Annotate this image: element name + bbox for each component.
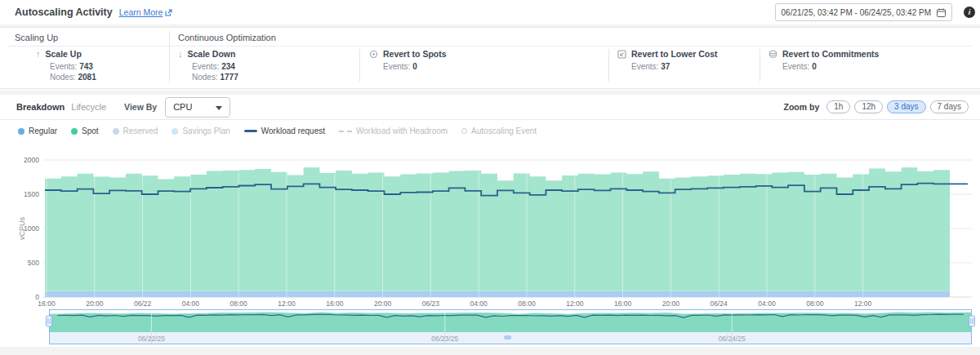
revert-to-commitments-icon bbox=[768, 50, 777, 59]
page-footer-band bbox=[0, 347, 980, 355]
legend-item-spot[interactable]: Spot bbox=[71, 126, 99, 135]
x-tick-label: 06/24 bbox=[710, 300, 728, 308]
legend-item-workload-with-headroom[interactable]: Workload with Headroom bbox=[339, 126, 448, 135]
navigator-handle-right[interactable] bbox=[969, 316, 975, 326]
autoscaling-chart: 0500100015002000vCPUs16:0020:0006/2204:0… bbox=[0, 144, 980, 309]
x-tick-label: 08:00 bbox=[230, 300, 248, 308]
x-tick-label: 04:00 bbox=[758, 300, 776, 308]
x-tick-label: 12:00 bbox=[566, 300, 584, 308]
info-icon[interactable]: i bbox=[964, 7, 975, 18]
x-tick-label: 20:00 bbox=[86, 300, 104, 308]
autoscaling-activity-page: Autoscaling Activity Learn More 06/21/25… bbox=[0, 0, 980, 355]
x-tick-label: 16:00 bbox=[326, 300, 344, 308]
page-header: Autoscaling Activity Learn More 06/21/25… bbox=[0, 0, 980, 24]
legend-label: Autoscaling Event bbox=[471, 126, 537, 135]
x-tick-label: 08:00 bbox=[518, 300, 536, 308]
x-tick-label: 12:00 bbox=[854, 300, 872, 308]
zoom-option-7-days[interactable]: 7 days bbox=[930, 100, 969, 113]
legend-item-workload-request[interactable]: Workload request bbox=[244, 126, 325, 135]
divider bbox=[359, 49, 360, 82]
metric-scale-down: ↓Scale Down Events: 234 Nodes: 1777 bbox=[178, 49, 238, 82]
legend-marker bbox=[18, 128, 24, 135]
legend-item-savings-plan[interactable]: Savings Plan bbox=[172, 126, 229, 135]
divider bbox=[169, 31, 170, 83]
legend-label: Workload request bbox=[261, 126, 325, 135]
zoom-by-label: Zoom by bbox=[784, 102, 820, 112]
zoom-option-1h[interactable]: 1h bbox=[826, 100, 850, 113]
legend-item-reserved[interactable]: Reserved bbox=[113, 126, 158, 135]
page-title: Autoscaling Activity bbox=[15, 7, 113, 18]
metric-revert-to-lower-cost: Revert to Lower Cost Events: 37 bbox=[617, 49, 718, 71]
chevron-down-icon bbox=[216, 106, 222, 110]
x-tick-label: 16:00 bbox=[614, 300, 632, 308]
x-tick-label: 16:00 bbox=[38, 300, 56, 308]
y-tick-label: 1500 bbox=[24, 190, 39, 198]
legend-label: Savings Plan bbox=[182, 126, 229, 135]
tab-lifecycle[interactable]: Lifecycle bbox=[71, 102, 106, 112]
zoom-option-12h[interactable]: 12h bbox=[854, 100, 883, 113]
chart-legend: RegularSpotReservedSavings PlanWorkload … bbox=[18, 126, 537, 135]
autoscaling-summary-panel: Scaling Up Continuous Optimization ↑Scal… bbox=[0, 27, 980, 89]
legend-marker bbox=[461, 128, 467, 134]
view-by-label: View By bbox=[124, 102, 157, 112]
x-tick-label: 06/22 bbox=[134, 300, 152, 308]
scale-up-icon: ↑ bbox=[36, 50, 41, 58]
divider bbox=[760, 49, 760, 82]
scale-down-icon: ↓ bbox=[178, 50, 183, 58]
x-tick-label: 04:00 bbox=[182, 300, 200, 308]
chart-controls: Breakdown Lifecycle View By CPU Zoom by … bbox=[0, 95, 980, 120]
legend-label: Workload with Headroom bbox=[356, 126, 448, 135]
legend-label: Spot bbox=[82, 126, 99, 135]
navigator-scroll-thumb[interactable] bbox=[504, 335, 511, 339]
divider bbox=[8, 46, 972, 47]
navigator-day-label: 06/24/25 bbox=[719, 335, 746, 343]
group-title-scaling-up: Scaling Up bbox=[15, 33, 58, 42]
revert-to-spots-icon bbox=[369, 50, 378, 59]
x-tick-label: 06/23 bbox=[422, 300, 440, 308]
y-axis-label: vCPUs bbox=[18, 217, 26, 241]
y-tick-label: 2000 bbox=[24, 156, 39, 164]
zoom-option-3-days[interactable]: 3 days bbox=[887, 100, 925, 113]
group-title-continuous-optimization: Continuous Optimization bbox=[178, 33, 276, 42]
x-tick-label: 20:00 bbox=[374, 300, 392, 308]
tab-breakdown[interactable]: Breakdown bbox=[16, 102, 65, 112]
plot-area[interactable] bbox=[45, 160, 972, 297]
metric-revert-to-commitments: Revert to Commitments Events: 0 bbox=[768, 49, 879, 71]
navigator-day-label: 06/23/25 bbox=[431, 335, 458, 343]
view-by-select[interactable]: CPU bbox=[165, 97, 230, 118]
external-link-icon bbox=[165, 9, 172, 16]
zoom-options: 1h12h3 days7 days bbox=[826, 100, 969, 113]
date-range-input[interactable]: 06/21/25, 03:42 PM - 06/24/25, 03:42 PM bbox=[775, 3, 952, 21]
legend-marker bbox=[244, 130, 257, 132]
learn-more-link[interactable]: Learn More bbox=[119, 7, 173, 17]
x-tick-label: 08:00 bbox=[806, 300, 824, 308]
legend-item-regular[interactable]: Regular bbox=[18, 126, 57, 135]
legend-label: Regular bbox=[29, 126, 57, 135]
legend-marker bbox=[113, 128, 119, 135]
legend-marker bbox=[339, 131, 352, 132]
x-tick-label: 04:00 bbox=[470, 300, 488, 308]
y-tick-label: 500 bbox=[28, 259, 39, 267]
x-tick-label: 20:00 bbox=[662, 300, 680, 308]
divider bbox=[608, 49, 609, 82]
metric-scale-up: ↑Scale Up Events: 743 Nodes: 2081 bbox=[36, 49, 96, 82]
legend-marker bbox=[172, 128, 178, 135]
navigator-day-label: 06/22/25 bbox=[138, 335, 165, 343]
calendar-icon[interactable] bbox=[937, 8, 946, 17]
x-tick-label: 12:00 bbox=[278, 300, 296, 308]
navigator-handle-left[interactable] bbox=[47, 316, 52, 326]
revert-to-lower-cost-icon bbox=[617, 50, 626, 59]
metric-revert-to-spots: Revert to Spots Events: 0 bbox=[369, 49, 447, 71]
legend-marker bbox=[71, 128, 78, 135]
chart-navigator: 06/22/2506/23/2506/24/25 bbox=[0, 309, 980, 346]
legend-label: Reserved bbox=[123, 126, 158, 135]
legend-item-autoscaling-event[interactable]: Autoscaling Event bbox=[461, 126, 537, 135]
